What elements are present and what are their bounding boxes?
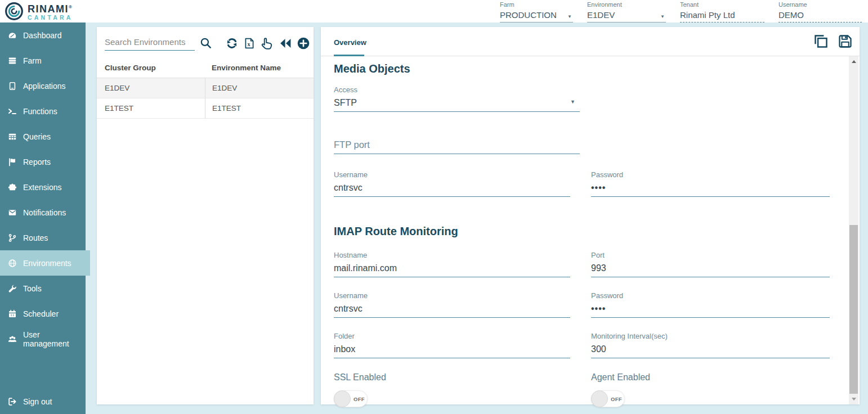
environment-select[interactable]: Environment E1DEV (587, 1, 666, 22)
export-excel-button[interactable]: x (243, 37, 256, 51)
copy-icon (813, 34, 829, 51)
sign-out-icon (7, 397, 17, 406)
agent-enabled-label: Agent Enabled (591, 372, 848, 383)
search-button[interactable] (200, 37, 212, 51)
media-username-field: Username (334, 170, 570, 197)
tablet-icon (7, 81, 17, 91)
tab-overview[interactable]: Overview (334, 36, 366, 47)
list-toolbar: x (97, 27, 314, 53)
cell-environment-name: E1DEV (205, 78, 314, 98)
registered-mark: ® (69, 4, 72, 10)
sidebar-item-dashboard[interactable]: Dashboard (0, 22, 86, 48)
sidebar-item-farm[interactable]: Farm (0, 48, 86, 73)
hostname-input[interactable] (334, 262, 570, 274)
ftp-port-input[interactable] (334, 139, 580, 151)
search-icon (200, 37, 212, 51)
imap-username-label: Username (334, 291, 570, 300)
imap-password-input[interactable] (591, 303, 830, 315)
copy-button[interactable] (813, 34, 829, 51)
sidebar-item-label: Applications (23, 82, 66, 91)
sidebar-item-reports[interactable]: Reports (0, 149, 86, 174)
sidebar-nav: Dashboard Farm Applications Functions Qu… (0, 22, 86, 414)
sidebar-item-environments[interactable]: Environments (0, 250, 90, 276)
calendar-icon (7, 309, 17, 318)
sidebar-item-routes[interactable]: Routes (0, 225, 86, 250)
sidebar-item-label: Routes (23, 233, 48, 242)
sidebar-item-label: Functions (23, 107, 57, 116)
chevron-down-icon (570, 96, 575, 106)
sidebar-item-label: Extensions (23, 183, 61, 192)
scroll-up-arrow-icon[interactable] (849, 57, 858, 66)
save-button[interactable] (838, 34, 853, 51)
username-field: Username DEMO (778, 1, 862, 22)
sidebar-item-scheduler[interactable]: Scheduler (0, 301, 86, 326)
tenant-value: Rinami Pty Ltd (680, 10, 735, 20)
sidebar-item-queries[interactable]: Queries (0, 124, 86, 149)
table-grid-icon (7, 132, 17, 141)
username-label: Username (778, 1, 862, 8)
farm-select[interactable]: Farm PRODUCTION (500, 1, 573, 22)
sidebar-item-label: Queries (23, 132, 51, 141)
media-password-field: Password (591, 170, 830, 197)
hostname-label: Hostname (334, 251, 570, 259)
scrollbar-thumb[interactable] (849, 225, 858, 394)
brand-name-secondary: CANTARA (28, 14, 73, 21)
media-username-input[interactable] (334, 182, 570, 194)
toggle-knob (334, 390, 351, 407)
cell-environment-name: E1TEST (205, 98, 314, 118)
sidebar-item-notifications[interactable]: Notifications (0, 200, 86, 225)
chevron-down-icon (567, 10, 572, 20)
environment-label: Environment (587, 1, 666, 8)
ssl-enabled-toggle[interactable]: OFF (334, 390, 368, 407)
save-icon (838, 34, 853, 51)
sidebar-item-functions[interactable]: Functions (0, 98, 86, 124)
envelope-icon (7, 208, 17, 217)
brand-name-primary: RINAMI® (28, 2, 73, 14)
monitoring-interval-label: Monitoring Interval(sec) (591, 332, 830, 340)
tenant-label: Tenant (680, 1, 764, 8)
rewind-button[interactable] (279, 37, 292, 52)
sidebar-item-label: User management (23, 330, 86, 348)
server-icon (7, 56, 17, 65)
scroll-down-arrow-icon[interactable] (849, 395, 858, 403)
sidebar-item-label: Notifications (23, 208, 66, 217)
application-window: RINAMI® CANTARA Farm PRODUCTION Environm… (0, 0, 868, 414)
imap-password-label: Password (591, 291, 830, 300)
brand-logo-icon (5, 2, 24, 21)
port-field: Port (591, 251, 830, 277)
environment-value: E1DEV (587, 10, 615, 20)
sidebar-item-extensions[interactable]: Extensions (0, 174, 86, 200)
agent-enabled-toggle[interactable]: OFF (591, 390, 625, 407)
monitoring-interval-input[interactable] (591, 343, 830, 356)
puzzle-icon (7, 182, 17, 192)
select-mode-button[interactable] (260, 36, 274, 52)
ssl-enabled-group: SSL Enabled OFF (334, 372, 591, 407)
monitoring-interval-field: Monitoring Interval(sec) (591, 332, 830, 358)
detail-actions (813, 34, 853, 51)
media-password-input[interactable] (591, 182, 830, 194)
sidebar-item-label: Scheduler (23, 309, 59, 318)
sidebar-item-applications[interactable]: Applications (0, 73, 86, 98)
section-title-media-objects: Media Objects (334, 56, 860, 76)
refresh-button[interactable] (225, 37, 239, 52)
table-row[interactable]: E1DEV E1DEV (97, 78, 314, 98)
overview-form: Media Objects Access SFTP Username (321, 56, 860, 407)
sidebar-item-tools[interactable]: Tools (0, 276, 86, 301)
port-label: Port (591, 251, 830, 259)
imap-username-input[interactable] (334, 303, 570, 315)
sign-out-button[interactable]: Sign out (0, 389, 86, 414)
sidebar-item-user-management[interactable]: User management (0, 326, 86, 352)
port-input[interactable] (591, 262, 830, 274)
search-input[interactable] (105, 37, 195, 47)
table-row[interactable]: E1TEST E1TEST (97, 98, 314, 119)
access-select[interactable]: Access SFTP (334, 86, 580, 112)
sidebar-item-label: Environments (23, 259, 71, 268)
flag-icon (7, 157, 17, 166)
username-value: DEMO (778, 10, 804, 20)
code-branch-icon (7, 233, 17, 242)
add-environment-button[interactable] (297, 37, 310, 52)
ssl-enabled-label: SSL Enabled (334, 372, 591, 383)
imap-username-field: Username (334, 291, 570, 318)
top-header: RINAMI® CANTARA Farm PRODUCTION Environm… (0, 0, 868, 22)
folder-input[interactable] (334, 343, 570, 356)
